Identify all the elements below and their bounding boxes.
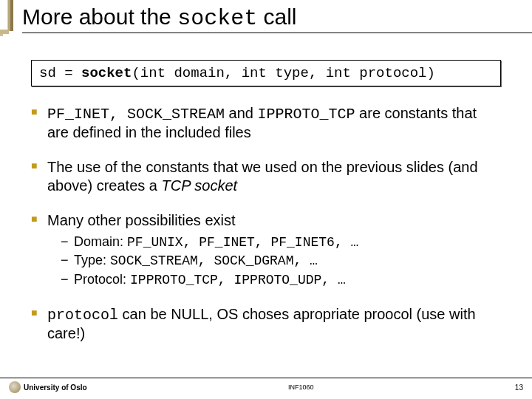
bullet-4-code: protocol <box>47 307 118 324</box>
bullet-1-text-1: and <box>225 105 257 121</box>
sub-protocol-label: Protocol: <box>74 272 130 287</box>
bullet-1-code-2: IPPROTO_TCP <box>258 106 355 123</box>
slide-title: More about the socket call <box>22 4 532 31</box>
bullet-3-text: Many other possibilities exist <box>47 212 236 228</box>
code-prefix: sd = <box>39 65 81 81</box>
sub-domain-label: Domain: <box>74 234 127 249</box>
bullet-3: Many other possibilities exist Domain: P… <box>31 211 501 289</box>
bullet-list: PF_INET, SOCK_STREAM and IPPROTO_TCP are… <box>31 104 501 343</box>
slide-title-bar: More about the socket call <box>0 0 532 36</box>
bullet-2-text-1: The use of the constants that we used on… <box>47 159 478 194</box>
university-seal-icon <box>9 381 21 393</box>
title-underline <box>22 33 532 33</box>
bullet-4: protocol can be NULL, OS choses apropria… <box>31 305 501 343</box>
sub-type: Type: SOCK_STREAM, SOCK_DGRAM, … <box>61 251 501 270</box>
title-text-pre: More about the <box>22 4 177 29</box>
title-accent-bar <box>7 0 13 31</box>
bullet-2-italic: TCP socket <box>162 177 238 194</box>
title-text-post: call <box>257 4 296 29</box>
bullet-1-code-1: PF_INET, SOCK_STREAM <box>47 106 225 123</box>
slide-footer: University of Oslo INF1060 13 <box>0 378 532 393</box>
code-func-name: socket <box>81 65 132 81</box>
bullet-3-sublist: Domain: PF_UNIX, PF_INET, PF_INET6, … Ty… <box>47 233 501 289</box>
slide-content: sd = socket(int domain, int type, int pr… <box>0 36 532 343</box>
footer-page-number: 13 <box>515 383 523 392</box>
bullet-2: The use of the constants that we used on… <box>31 158 501 195</box>
sub-protocol: Protocol: IPPROTO_TCP, IPPROTO_UDP, … <box>61 270 501 289</box>
sub-domain-code: PF_UNIX, PF_INET, PF_INET6, … <box>127 235 358 250</box>
sub-domain: Domain: PF_UNIX, PF_INET, PF_INET6, … <box>61 233 501 251</box>
sub-type-label: Type: <box>74 253 110 267</box>
footer-university: University of Oslo <box>24 383 87 392</box>
footer-course-code: INF1060 <box>288 383 314 391</box>
footer-left: University of Oslo <box>9 381 87 393</box>
sub-type-code: SOCK_STREAM, SOCK_DGRAM, … <box>110 253 318 268</box>
bullet-1: PF_INET, SOCK_STREAM and IPPROTO_TCP are… <box>31 104 501 142</box>
code-params: (int domain, int type, int protocol) <box>132 65 434 81</box>
code-signature-box: sd = socket(int domain, int type, int pr… <box>31 60 501 86</box>
title-code: socket <box>177 6 257 31</box>
sub-protocol-code: IPPROTO_TCP, IPPROTO_UDP, … <box>130 273 346 287</box>
left-edge-accent <box>0 34 3 36</box>
